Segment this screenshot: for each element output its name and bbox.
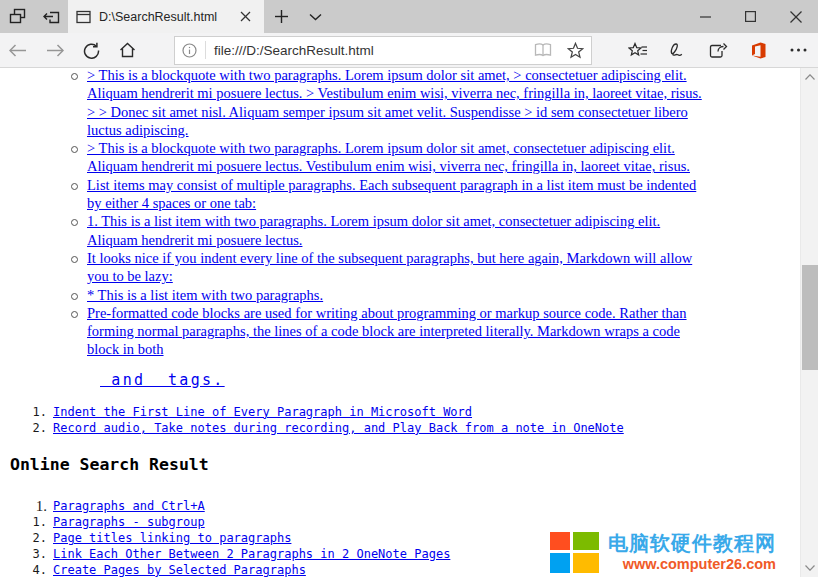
stacked-tabs-icon: [9, 8, 26, 25]
pen-icon: [668, 42, 688, 59]
vertical-scrollbar[interactable]: [800, 68, 818, 577]
minimize-button[interactable]: [683, 0, 728, 33]
content-link[interactable]: 1. This is a list item with two paragrap…: [87, 213, 660, 247]
refresh-button[interactable]: [73, 33, 109, 68]
bullet-list-item: > This is a blockquote with two paragrap…: [87, 139, 800, 176]
site-logo-url: www.computer26.com: [608, 555, 776, 573]
url-text[interactable]: file:///D:/SearchResult.html: [206, 43, 527, 58]
address-bar: file:///D:/SearchResult.html: [0, 33, 818, 68]
reading-view-icon[interactable]: [527, 43, 559, 57]
star-list-icon: [628, 42, 648, 59]
numbered-list-item: 1.Indent the First Line of Every Paragra…: [0, 404, 800, 420]
list-item-marker: 2.: [0, 530, 47, 546]
bullet-link-list: > This is a blockquote with two paragrap…: [0, 68, 800, 359]
content-link[interactable]: List items may consist of multiple parag…: [87, 177, 696, 211]
share-arrow-icon: [709, 42, 728, 59]
windows-flag-icon: [550, 532, 599, 573]
window-controls: [683, 0, 818, 33]
list-item-marker: 2.: [0, 420, 47, 436]
tab-title: D:\SearchResult.html: [99, 10, 226, 24]
tabs-set-aside-preview-button[interactable]: [0, 0, 34, 33]
content-link[interactable]: Pre-formatted code blocks are used for w…: [87, 305, 687, 358]
add-favorite-star-icon[interactable]: [559, 42, 591, 59]
home-button[interactable]: [109, 33, 145, 68]
forward-button[interactable]: [36, 33, 72, 68]
new-tab-button[interactable]: [264, 0, 298, 33]
url-field[interactable]: file:///D:/SearchResult.html: [174, 36, 592, 65]
list-item-marker: 1.: [0, 514, 47, 530]
chevron-down-icon: [309, 13, 322, 21]
close-window-button[interactable]: [773, 0, 818, 33]
content-link[interactable]: * This is a list item with two paragraph…: [87, 287, 323, 303]
bullet-list-item: Pre-formatted code blocks are used for w…: [87, 304, 800, 359]
scroll-down-arrow[interactable]: [801, 560, 818, 576]
office-button[interactable]: [738, 33, 778, 68]
site-info-icon[interactable]: [175, 43, 205, 58]
maximize-button[interactable]: [728, 0, 773, 33]
content-link[interactable]: Indent the First Line of Every Paragraph…: [53, 404, 472, 420]
bullet-list-item: * This is a list item with two paragraph…: [87, 286, 800, 304]
numbered-list-item: 1.Paragraphs - subgroup: [0, 514, 800, 530]
web-note-button[interactable]: [658, 33, 698, 68]
site-logo: 电脑软硬件教程网 www.computer26.com: [550, 531, 776, 573]
bullet-list-item: 1. This is a list item with two paragrap…: [87, 212, 800, 249]
browser-tab[interactable]: D:\SearchResult.html: [68, 0, 264, 33]
numbered-list-item: 2.Record audio, Take notes during record…: [0, 420, 800, 436]
content-link[interactable]: It looks nice if you indent every line o…: [87, 250, 692, 284]
hub-favorites-button[interactable]: [618, 33, 658, 68]
more-options-button[interactable]: [778, 33, 818, 68]
toolbar-right: [618, 33, 818, 68]
bullet-list-item: It looks nice if you indent every line o…: [87, 249, 800, 286]
scroll-up-arrow[interactable]: [801, 69, 818, 85]
bullet-list-item: List items may consist of multiple parag…: [87, 176, 800, 213]
browser-window: D:\SearchResult.html: [0, 0, 818, 577]
code-tags-link[interactable]: and tags.: [100, 371, 800, 389]
document-body: > This is a blockquote with two paragrap…: [0, 68, 800, 577]
share-button[interactable]: [698, 33, 738, 68]
tab-preview-toggle-button[interactable]: [298, 0, 332, 33]
list-item-marker: 1.: [0, 498, 47, 514]
numbered-list-item: 1.Paragraphs and Ctrl+A: [0, 498, 800, 514]
content-link[interactable]: Create Pages by Selected Paragraphs: [53, 562, 306, 577]
plus-icon: [274, 9, 289, 24]
content-link[interactable]: Page titles linking to paragraphs: [53, 530, 291, 546]
page-content: > This is a blockquote with two paragrap…: [0, 68, 818, 577]
site-logo-title: 电脑软硬件教程网: [608, 531, 776, 555]
ellipsis-icon: [790, 48, 807, 52]
tab-close-button[interactable]: [234, 6, 256, 28]
content-link[interactable]: Record audio, Take notes during recordin…: [53, 420, 624, 436]
tab-bar: D:\SearchResult.html: [0, 0, 818, 33]
page-heading: Online Search Result: [10, 455, 800, 475]
scrollbar-thumb[interactable]: [802, 265, 818, 370]
tab-arrow-left-icon: [42, 9, 60, 25]
content-link[interactable]: Link Each Other Between 2 Paragraphs in …: [53, 546, 450, 562]
page-favicon-icon: [76, 10, 91, 24]
bullet-list-item: > This is a blockquote with two paragrap…: [87, 68, 800, 139]
set-tabs-aside-button[interactable]: [34, 0, 68, 33]
office-logo-icon: [750, 42, 767, 59]
list-item-marker: 3.: [0, 546, 47, 562]
back-button[interactable]: [0, 33, 36, 68]
list-item-marker: 1.: [0, 404, 47, 420]
top-numbered-list: 1.Indent the First Line of Every Paragra…: [0, 404, 800, 436]
list-item-marker: 4.: [0, 562, 47, 577]
content-link[interactable]: Paragraphs and Ctrl+A: [53, 498, 205, 514]
content-link[interactable]: > This is a blockquote with two paragrap…: [87, 68, 702, 138]
content-link[interactable]: > This is a blockquote with two paragrap…: [87, 140, 690, 174]
content-link[interactable]: Paragraphs - subgroup: [53, 514, 205, 530]
